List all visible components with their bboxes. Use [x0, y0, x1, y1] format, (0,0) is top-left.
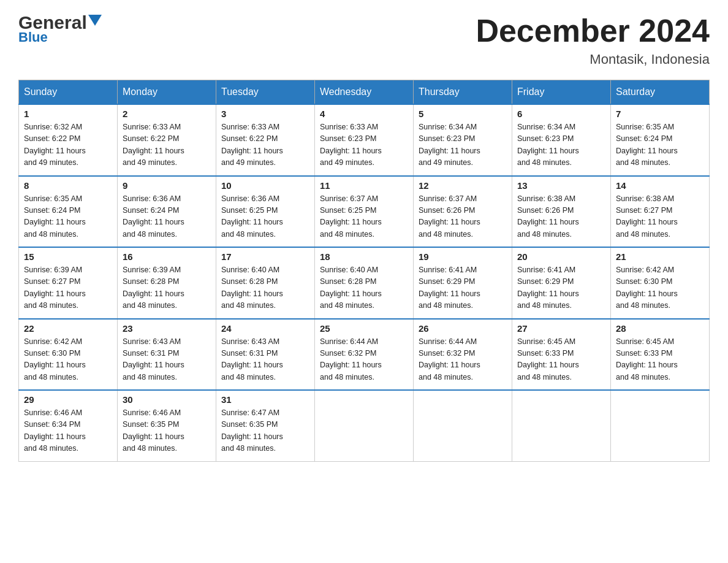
- day-number: 26: [419, 323, 507, 334]
- day-info: Sunrise: 6:35 AMSunset: 6:24 PMDaylight:…: [616, 121, 704, 169]
- calendar-week-row: 8 Sunrise: 6:35 AMSunset: 6:24 PMDayligh…: [19, 176, 710, 248]
- day-info: Sunrise: 6:46 AMSunset: 6:34 PMDaylight:…: [24, 407, 112, 455]
- table-row: 1 Sunrise: 6:32 AMSunset: 6:22 PMDayligh…: [19, 104, 118, 176]
- day-number: 29: [24, 394, 112, 405]
- table-row: 26 Sunrise: 6:44 AMSunset: 6:32 PMDaylig…: [414, 319, 512, 391]
- table-row: 20 Sunrise: 6:41 AMSunset: 6:29 PMDaylig…: [512, 247, 611, 319]
- col-wednesday: Wednesday: [315, 80, 414, 105]
- day-number: 24: [221, 323, 309, 334]
- day-info: Sunrise: 6:33 AMSunset: 6:22 PMDaylight:…: [221, 121, 309, 169]
- col-saturday: Saturday: [611, 80, 710, 105]
- day-info: Sunrise: 6:32 AMSunset: 6:22 PMDaylight:…: [24, 121, 112, 169]
- calendar-table: Sunday Monday Tuesday Wednesday Thursday…: [18, 80, 710, 462]
- table-row: 5 Sunrise: 6:34 AMSunset: 6:23 PMDayligh…: [414, 104, 512, 176]
- table-row: 29 Sunrise: 6:46 AMSunset: 6:34 PMDaylig…: [19, 390, 118, 461]
- table-row: 22 Sunrise: 6:42 AMSunset: 6:30 PMDaylig…: [19, 319, 118, 391]
- col-monday: Monday: [118, 80, 216, 105]
- day-info: Sunrise: 6:38 AMSunset: 6:27 PMDaylight:…: [616, 193, 704, 241]
- svg-marker-0: [88, 15, 102, 26]
- table-row: 12 Sunrise: 6:37 AMSunset: 6:26 PMDaylig…: [414, 176, 512, 248]
- location: Montasik, Indonesia: [476, 52, 710, 67]
- title-section: December 2024 Montasik, Indonesia: [476, 12, 710, 67]
- logo: General Blue: [18, 12, 102, 45]
- table-row: 8 Sunrise: 6:35 AMSunset: 6:24 PMDayligh…: [19, 176, 118, 248]
- day-number: 14: [616, 180, 704, 191]
- logo-blue: Blue: [18, 29, 48, 45]
- table-row: 6 Sunrise: 6:34 AMSunset: 6:23 PMDayligh…: [512, 104, 611, 176]
- day-info: Sunrise: 6:33 AMSunset: 6:22 PMDaylight:…: [123, 121, 211, 169]
- day-info: Sunrise: 6:42 AMSunset: 6:30 PMDaylight:…: [24, 336, 112, 384]
- table-row: 17 Sunrise: 6:40 AMSunset: 6:28 PMDaylig…: [216, 247, 315, 319]
- day-number: 12: [419, 180, 507, 191]
- day-info: Sunrise: 6:44 AMSunset: 6:32 PMDaylight:…: [320, 336, 408, 384]
- day-info: Sunrise: 6:47 AMSunset: 6:35 PMDaylight:…: [221, 407, 309, 455]
- day-info: Sunrise: 6:41 AMSunset: 6:29 PMDaylight:…: [517, 264, 605, 312]
- day-info: Sunrise: 6:34 AMSunset: 6:23 PMDaylight:…: [419, 121, 507, 169]
- day-number: 21: [616, 251, 704, 262]
- table-row: 13 Sunrise: 6:38 AMSunset: 6:26 PMDaylig…: [512, 176, 611, 248]
- day-number: 27: [517, 323, 605, 334]
- day-info: Sunrise: 6:45 AMSunset: 6:33 PMDaylight:…: [616, 336, 704, 384]
- table-row: 18 Sunrise: 6:40 AMSunset: 6:28 PMDaylig…: [315, 247, 414, 319]
- day-info: Sunrise: 6:44 AMSunset: 6:32 PMDaylight:…: [419, 336, 507, 384]
- col-thursday: Thursday: [414, 80, 512, 105]
- table-row: 15 Sunrise: 6:39 AMSunset: 6:27 PMDaylig…: [19, 247, 118, 319]
- table-row: 2 Sunrise: 6:33 AMSunset: 6:22 PMDayligh…: [118, 104, 216, 176]
- day-number: 17: [221, 251, 309, 262]
- day-number: 9: [123, 180, 211, 191]
- day-info: Sunrise: 6:34 AMSunset: 6:23 PMDaylight:…: [517, 121, 605, 169]
- day-info: Sunrise: 6:33 AMSunset: 6:23 PMDaylight:…: [320, 121, 408, 169]
- table-row: 9 Sunrise: 6:36 AMSunset: 6:24 PMDayligh…: [118, 176, 216, 248]
- table-row: [414, 390, 512, 461]
- day-number: 4: [320, 109, 408, 119]
- day-number: 8: [24, 180, 112, 191]
- table-row: 24 Sunrise: 6:43 AMSunset: 6:31 PMDaylig…: [216, 319, 315, 391]
- col-tuesday: Tuesday: [216, 80, 315, 105]
- logo-triangle-icon: [88, 15, 102, 28]
- col-friday: Friday: [512, 80, 611, 105]
- day-number: 16: [123, 251, 211, 262]
- day-info: Sunrise: 6:43 AMSunset: 6:31 PMDaylight:…: [221, 336, 309, 384]
- calendar-week-row: 1 Sunrise: 6:32 AMSunset: 6:22 PMDayligh…: [19, 104, 710, 176]
- table-row: 10 Sunrise: 6:36 AMSunset: 6:25 PMDaylig…: [216, 176, 315, 248]
- table-row: 3 Sunrise: 6:33 AMSunset: 6:22 PMDayligh…: [216, 104, 315, 176]
- table-row: 14 Sunrise: 6:38 AMSunset: 6:27 PMDaylig…: [611, 176, 710, 248]
- day-info: Sunrise: 6:43 AMSunset: 6:31 PMDaylight:…: [123, 336, 211, 384]
- table-row: 31 Sunrise: 6:47 AMSunset: 6:35 PMDaylig…: [216, 390, 315, 461]
- day-number: 15: [24, 251, 112, 262]
- table-row: 7 Sunrise: 6:35 AMSunset: 6:24 PMDayligh…: [611, 104, 710, 176]
- day-number: 20: [517, 251, 605, 262]
- day-number: 25: [320, 323, 408, 334]
- month-title: December 2024: [476, 12, 710, 49]
- table-row: 25 Sunrise: 6:44 AMSunset: 6:32 PMDaylig…: [315, 319, 414, 391]
- day-number: 19: [419, 251, 507, 262]
- day-number: 28: [616, 323, 704, 334]
- day-info: Sunrise: 6:35 AMSunset: 6:24 PMDaylight:…: [24, 193, 112, 241]
- table-row: 19 Sunrise: 6:41 AMSunset: 6:29 PMDaylig…: [414, 247, 512, 319]
- table-row: 30 Sunrise: 6:46 AMSunset: 6:35 PMDaylig…: [118, 390, 216, 461]
- day-number: 18: [320, 251, 408, 262]
- table-row: 28 Sunrise: 6:45 AMSunset: 6:33 PMDaylig…: [611, 319, 710, 391]
- day-number: 23: [123, 323, 211, 334]
- table-row: 21 Sunrise: 6:42 AMSunset: 6:30 PMDaylig…: [611, 247, 710, 319]
- day-number: 11: [320, 180, 408, 191]
- day-number: 10: [221, 180, 309, 191]
- day-number: 1: [24, 109, 112, 119]
- day-number: 5: [419, 109, 507, 119]
- day-info: Sunrise: 6:45 AMSunset: 6:33 PMDaylight:…: [517, 336, 605, 384]
- calendar-week-row: 15 Sunrise: 6:39 AMSunset: 6:27 PMDaylig…: [19, 247, 710, 319]
- table-row: 11 Sunrise: 6:37 AMSunset: 6:25 PMDaylig…: [315, 176, 414, 248]
- day-number: 2: [123, 109, 211, 119]
- day-info: Sunrise: 6:36 AMSunset: 6:25 PMDaylight:…: [221, 193, 309, 241]
- table-row: [315, 390, 414, 461]
- calendar-week-row: 29 Sunrise: 6:46 AMSunset: 6:34 PMDaylig…: [19, 390, 710, 461]
- day-number: 7: [616, 109, 704, 119]
- day-info: Sunrise: 6:40 AMSunset: 6:28 PMDaylight:…: [221, 264, 309, 312]
- day-info: Sunrise: 6:42 AMSunset: 6:30 PMDaylight:…: [616, 264, 704, 312]
- day-number: 6: [517, 109, 605, 119]
- day-info: Sunrise: 6:40 AMSunset: 6:28 PMDaylight:…: [320, 264, 408, 312]
- table-row: 4 Sunrise: 6:33 AMSunset: 6:23 PMDayligh…: [315, 104, 414, 176]
- calendar-week-row: 22 Sunrise: 6:42 AMSunset: 6:30 PMDaylig…: [19, 319, 710, 391]
- col-sunday: Sunday: [19, 80, 118, 105]
- day-info: Sunrise: 6:37 AMSunset: 6:25 PMDaylight:…: [320, 193, 408, 241]
